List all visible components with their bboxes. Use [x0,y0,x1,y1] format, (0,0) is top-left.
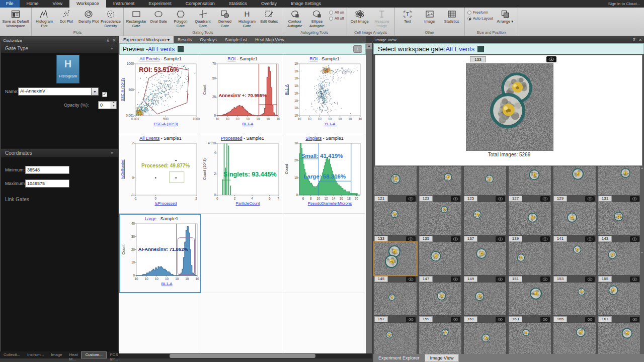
thumbnail-image[interactable] [374,283,417,315]
thumbnail-scrollbar[interactable]: ▲▼ [640,166,644,354]
gate-color-swatch[interactable] [178,46,184,52]
arrange-button[interactable]: Arrange ▾ [494,8,516,24]
eye-icon[interactable] [630,277,639,282]
thumbnail-image[interactable] [464,202,506,235]
workspace-horizontal-scrollbar[interactable] [119,353,372,358]
plot-title[interactable]: All Events - Sample1 [139,136,182,141]
eye-icon[interactable] [546,56,556,62]
gate-name-dropdown[interactable]: AI-AnnexinV ▼ [18,87,99,96]
rectangular-gate-button[interactable]: Rectangular Gate [125,8,147,28]
eye-icon[interactable] [630,317,639,322]
eye-icon[interactable] [540,196,550,202]
workspace-tab-results[interactable]: Results [174,36,196,43]
x-axis-label[interactable]: FSC-A (10^3) [153,122,178,126]
workspace-vertical-scrollbar[interactable]: ▲ [366,43,372,353]
workspace-tab-sample-list[interactable]: Sample List [221,36,251,43]
tab-view[interactable]: View [46,0,69,8]
radio-freeform[interactable]: Freeform [467,10,493,15]
workspace-tab-heat-map-view[interactable]: Heat Map View [251,36,288,43]
tab-experiment[interactable]: Experiment [141,0,179,8]
eye-icon[interactable] [630,196,639,202]
tab-home[interactable]: Home [20,0,46,8]
x-axis-label[interactable]: IsProcessed [154,201,177,206]
workspace-tab-overlays[interactable]: Overlays [196,36,221,43]
ellipse-autogate-button[interactable]: Ellipse Autogate [306,8,328,28]
plot-title[interactable]: Large - Sample1 [145,216,179,221]
cell-image-button[interactable]: Cell Image [349,8,371,24]
thumbnail-image[interactable] [509,202,551,235]
derived-gate-button[interactable]: Derived Gate [214,8,236,28]
eye-icon[interactable] [496,196,505,202]
sidebar-tab-image[interactable]: Image [47,351,65,358]
plot-title[interactable]: Singlets - Sample1 [305,136,344,141]
save-as-default-workspace-button[interactable]: Save as Default Workspace [2,8,30,28]
eye-icon[interactable] [406,196,416,202]
tab-workspace[interactable]: Workspace [69,0,106,8]
polygon-gate-button[interactable]: Polygon Gate [170,8,192,28]
scrollbar-thumb[interactable] [170,354,315,358]
add-plot-button[interactable]: + [353,45,362,53]
eye-icon[interactable] [406,277,416,282]
plot-tile-all-events[interactable]: All Events - Sample10.00150010000.001500… [119,55,201,134]
thumbnail-image[interactable] [553,283,596,315]
panel-tab-experiment-explorer[interactable]: Experiment Explorer [373,354,425,362]
radio-auto-layout[interactable]: Auto Layout [467,16,493,21]
eye-icon[interactable] [496,317,505,322]
eye-icon[interactable] [585,196,595,202]
plot-tile-all-events[interactable]: All Events - Sample1-102-102IsProcessedI… [119,134,201,214]
eye-icon[interactable] [585,277,595,282]
eye-icon[interactable] [585,236,595,242]
panel-tab-image-view[interactable]: Image View [425,354,459,362]
eye-icon[interactable] [585,317,595,322]
maximum-input[interactable] [25,179,69,188]
precedence-density-button[interactable]: Precedence Density [100,8,122,28]
opacity-input[interactable] [98,101,111,109]
gate-color-swatch[interactable] [477,46,484,52]
quadrant-gate-button[interactable]: Quadrant Gate [192,8,214,28]
thumbnail-image[interactable] [553,202,596,235]
minimum-input[interactable] [25,166,69,174]
edit-gates-button[interactable]: Edit Gates [258,8,280,24]
coordinates-header[interactable]: Coordinates▼ [1,148,118,157]
x-axis-label[interactable]: YL1-A [324,122,336,126]
eye-icon[interactable] [406,236,416,242]
tab-compensation[interactable]: Compensation [179,0,222,8]
thumbnail-image[interactable] [419,283,461,315]
plot-tile-processed[interactable]: Processed - Sample1024670244.918Particle… [201,134,283,214]
sidebar-tab-heat-m[interactable]: Heat M... [65,351,81,358]
toggle-all-off[interactable]: All off [329,16,344,21]
thumbnail-image[interactable] [598,283,640,315]
contour-autogate-button[interactable]: Contour Autogate [284,8,306,28]
thumbnail-image[interactable] [598,166,640,195]
plot-tile-roi[interactable]: ROI - Sample1101010101010101010101010101… [283,55,365,134]
thumbnail-image[interactable] [464,242,506,275]
thumbnail-image[interactable] [419,242,461,275]
close-icon[interactable]: ✕ [638,38,642,42]
plot-title[interactable]: ROI - Sample1 [309,56,340,61]
oval-gate-button[interactable]: Oval Gate [147,8,170,24]
tab-statistics[interactable]: Statistics [222,0,254,8]
scroll-up-arrow[interactable]: ▲ [366,43,372,49]
dot-plot-button[interactable]: Dot Plot [55,8,77,24]
link-gates-label[interactable]: Link Gates [5,197,29,202]
plot-tile-large[interactable]: Large - Sample110101010101010010203040BL… [119,214,201,293]
plot-tile-singlets[interactable]: Singlets - Sample1681012141618200102030P… [283,134,365,214]
histogram-gate-button[interactable]: HHistogram Gate [236,8,258,28]
eye-icon[interactable] [540,236,550,242]
sidebar-tab-instrum[interactable]: Instrum... [24,351,47,358]
eye-icon[interactable] [451,317,460,322]
selected-cell-image[interactable] [466,63,553,151]
sidebar-tab-custom[interactable]: Custom... [81,351,106,358]
thumbnail-image[interactable] [419,323,461,354]
tab-overlay[interactable]: Overlay [254,0,284,8]
plot-title[interactable]: Processed - Sample1 [221,136,264,141]
eye-icon[interactable] [630,236,639,242]
eye-icon[interactable] [451,236,460,242]
thumbnail-image[interactable] [374,202,417,235]
close-icon[interactable]: ✕ [112,38,116,43]
thumbnail-image[interactable] [553,242,596,275]
sign-in-link[interactable]: Sign in to Cloud... [608,0,644,6]
eye-icon[interactable] [496,236,505,242]
thumbnail-image[interactable] [553,323,596,354]
toggle-all-on[interactable]: All on [329,10,344,15]
